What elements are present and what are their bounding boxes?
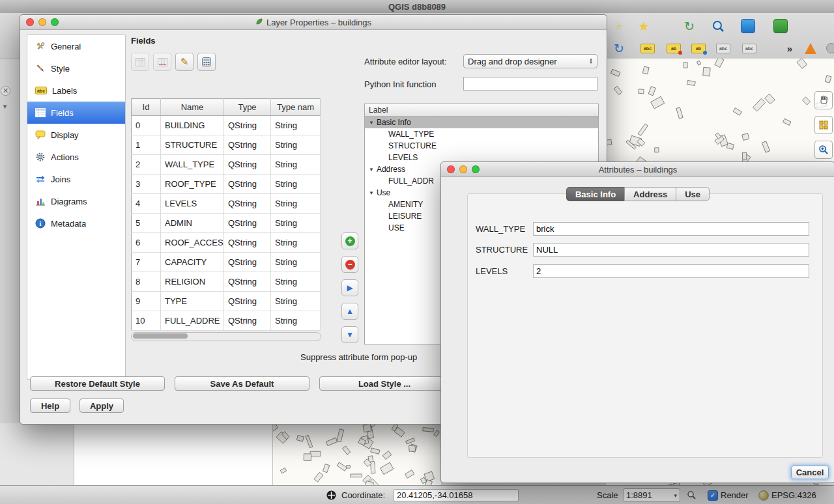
bookmark-icon[interactable]: ★ <box>610 17 628 35</box>
scale-combo[interactable]: 1:8891 ▾ <box>623 488 680 502</box>
table-cell[interactable]: QString <box>224 175 271 194</box>
table-cell[interactable]: 1 <box>132 135 161 155</box>
layer-labeling-icon[interactable]: abc <box>639 39 657 57</box>
table-cell[interactable]: QString <box>224 292 271 311</box>
sidebar-item-diagrams[interactable]: Diagrams <box>27 190 125 212</box>
table-row[interactable]: 8RELIGIONQStringString <box>132 272 321 292</box>
new-layout-icon[interactable] <box>771 17 790 35</box>
table-cell[interactable]: QString <box>224 272 271 292</box>
table-cell[interactable]: 6 <box>132 233 161 253</box>
table-cell[interactable]: QString <box>224 233 271 253</box>
column-header-type[interactable]: Type <box>224 99 271 116</box>
toggle-editing-button[interactable]: ✎ <box>175 53 194 71</box>
new-column-button[interactable] <box>131 53 149 71</box>
attributes-titlebar[interactable]: Attributes – buildings <box>441 162 834 177</box>
add-item-button[interactable]: + <box>341 232 358 249</box>
label-rotate-icon[interactable]: abc <box>740 39 758 57</box>
table-row[interactable]: 6ROOF_ACCESQStringString <box>132 233 321 253</box>
table-cell[interactable]: LEVELS <box>161 194 224 214</box>
table-cell[interactable]: STRUCTURE <box>161 135 224 155</box>
close-button[interactable] <box>447 165 455 173</box>
render-checkbox[interactable]: ✓ <box>708 490 718 501</box>
touch-zoom-icon[interactable] <box>814 116 833 134</box>
epsg-label[interactable]: EPSG:4326 <box>771 486 816 504</box>
coordinate-capture-icon[interactable] <box>326 486 337 504</box>
table-row[interactable]: 4LEVELSQStringString <box>132 194 321 214</box>
table-cell[interactable]: String <box>271 311 321 331</box>
table-cell[interactable]: QString <box>224 135 271 155</box>
tree-column-header[interactable]: Label <box>365 104 598 117</box>
disclosure-triangle-icon[interactable]: ▼ <box>369 120 374 126</box>
label-highlight-icon[interactable]: ab <box>689 39 708 57</box>
pan-map-icon[interactable] <box>814 91 833 109</box>
sidebar-item-actions[interactable]: Actions <box>27 146 125 168</box>
table-cell[interactable]: 9 <box>132 292 161 311</box>
cancel-button[interactable]: Cancel <box>791 466 829 479</box>
horizontal-scrollbar[interactable] <box>131 332 321 341</box>
collapse-icon[interactable]: ▾ <box>1 102 9 111</box>
redraw-icon[interactable]: ↻ <box>610 39 628 57</box>
remove-item-button[interactable]: − <box>341 256 358 273</box>
table-cell[interactable]: String <box>271 135 321 155</box>
minimize-button[interactable] <box>38 18 46 26</box>
table-cell[interactable]: CAPACITY <box>161 253 224 272</box>
scrollbar-thumb[interactable] <box>133 333 188 339</box>
tree-leaf[interactable]: STRUCTURE <box>365 140 598 152</box>
table-cell[interactable]: String <box>271 175 321 194</box>
zoom-lens-icon[interactable] <box>709 17 727 35</box>
sidebar-item-labels[interactable]: abc Labels <box>27 79 125 102</box>
sidebar-item-fields[interactable]: Fields <box>27 102 125 124</box>
table-row[interactable]: 3ROOF_TYPEQStringString <box>132 175 321 194</box>
wall-type-input[interactable] <box>533 222 809 236</box>
disclosure-triangle-icon[interactable]: ▼ <box>369 167 374 173</box>
table-cell[interactable]: String <box>271 116 321 135</box>
table-cell[interactable]: ROOF_ACCES <box>161 233 224 253</box>
sidebar-item-style[interactable]: Style <box>27 57 125 79</box>
table-row[interactable]: 2WALL_TYPEQStringString <box>132 155 321 175</box>
save-as-default-button[interactable]: Save As Default <box>175 376 309 391</box>
table-cell[interactable]: String <box>271 155 321 175</box>
table-cell[interactable]: QString <box>224 116 271 135</box>
label-move-icon[interactable]: abc <box>714 39 732 57</box>
table-row[interactable]: 1STRUCTUREQStringString <box>132 135 321 155</box>
structure-input[interactable] <box>533 243 809 257</box>
restore-default-style-button[interactable]: Restore Default Style <box>30 376 165 391</box>
warning-cone-icon[interactable] <box>801 39 820 57</box>
apply-button[interactable]: Apply <box>79 399 124 413</box>
table-cell[interactable]: 3 <box>132 175 161 194</box>
table-cell[interactable]: ADMIN <box>161 214 224 233</box>
label-pin-icon[interactable]: ab <box>665 39 683 57</box>
magnifier-icon[interactable] <box>687 486 697 504</box>
table-cell[interactable]: String <box>271 292 321 311</box>
table-cell[interactable]: String <box>271 214 321 233</box>
table-cell[interactable]: WALL_TYPE <box>161 155 224 175</box>
python-init-input[interactable] <box>463 77 597 91</box>
table-cell[interactable]: 10 <box>132 311 161 331</box>
table-row[interactable]: 7CAPACITYQStringString <box>132 253 321 272</box>
table-cell[interactable]: QString <box>224 155 271 175</box>
table-row[interactable]: 9TYPEQStringString <box>132 292 321 311</box>
tab-address[interactable]: Address <box>624 187 676 201</box>
column-header-typename[interactable]: Type nam <box>271 99 321 116</box>
levels-input[interactable] <box>533 264 809 278</box>
table-cell[interactable]: QString <box>224 194 271 214</box>
coordinate-input[interactable] <box>394 489 519 501</box>
table-cell[interactable]: 7 <box>132 253 161 272</box>
column-header-name[interactable]: Name <box>161 99 224 116</box>
zoom-button[interactable] <box>51 18 59 26</box>
delete-column-button[interactable] <box>153 53 171 71</box>
table-cell[interactable]: BUILDING <box>161 116 224 135</box>
load-style-button[interactable]: Load Style ... <box>319 376 450 391</box>
table-cell[interactable]: String <box>271 194 321 214</box>
table-cell[interactable]: QString <box>224 214 271 233</box>
table-cell[interactable]: String <box>271 233 321 253</box>
table-cell[interactable]: 5 <box>132 214 161 233</box>
table-cell[interactable]: RELIGION <box>161 272 224 292</box>
help-button[interactable]: Help <box>30 399 70 413</box>
move-right-button[interactable]: ▶ <box>341 279 358 296</box>
move-down-button[interactable]: ▼ <box>341 326 358 343</box>
column-header-id[interactable]: Id <box>132 99 161 116</box>
toolbar-overflow-chevron[interactable]: » <box>781 39 799 57</box>
close-button[interactable] <box>26 18 34 26</box>
zoom-button[interactable] <box>472 165 480 173</box>
